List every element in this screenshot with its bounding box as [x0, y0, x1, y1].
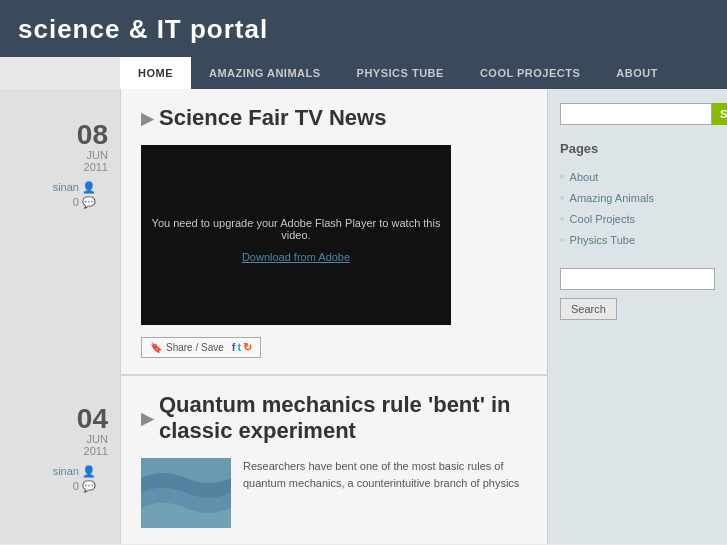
- post-2-thumbnail: [141, 458, 231, 528]
- pages-list-item-about[interactable]: About: [560, 166, 715, 187]
- search-top-input[interactable]: [560, 103, 712, 125]
- share-bar: 🔖 Share / Save f t ↻: [141, 337, 527, 358]
- search-top-form: SEARCH: [560, 103, 715, 125]
- main-nav: HOME AMAZING ANIMALS PHYSICS TUBE COOL P…: [120, 57, 727, 89]
- nav-item-physics-tube[interactable]: PHYSICS TUBE: [339, 57, 462, 89]
- post-1-title: ▶ Science Fair TV News: [141, 105, 527, 131]
- content-area: 08 JUN 2011 sinan 👤 0 💬 04 JUN 2011 sina…: [0, 89, 727, 544]
- post-1-comments: 0 💬: [0, 196, 108, 209]
- site-title: science & IT portal: [18, 14, 709, 45]
- search-bottom-form: Search: [560, 268, 715, 320]
- pages-list-item-cool-projects[interactable]: Cool Projects: [560, 208, 715, 229]
- post-1: ▶ Science Fair TV News You need to upgra…: [121, 89, 547, 376]
- post-2-author: sinan 👤: [0, 465, 108, 478]
- video-message: You need to upgrade your Adobe Flash Pla…: [141, 207, 451, 251]
- post-2-title: ▶ Quantum mechanics rule 'bent' in class…: [141, 392, 527, 444]
- site-header: science & IT portal: [0, 0, 727, 57]
- pages-section-title: Pages: [560, 141, 715, 156]
- twitter-icon: t: [237, 341, 241, 354]
- search-top-button[interactable]: SEARCH: [712, 103, 727, 125]
- post-1-author: sinan 👤: [0, 181, 108, 194]
- share-button[interactable]: 🔖 Share / Save f t ↻: [141, 337, 261, 358]
- post-1-day: 08: [0, 121, 108, 149]
- post-1-month-year: JUN 2011: [0, 149, 108, 173]
- nav-item-about[interactable]: ABOUT: [598, 57, 676, 89]
- pages-list: About Amazing Animals Cool Projects Phys…: [560, 166, 715, 250]
- reddit-icon: ↻: [243, 341, 252, 354]
- post-2-month-year: JUN 2011: [0, 433, 108, 457]
- post-2-excerpt: Researchers have bent one of the most ba…: [243, 458, 527, 528]
- post-2-content: Researchers have bent one of the most ba…: [141, 458, 527, 528]
- pages-list-item-physics-tube[interactable]: Physics Tube: [560, 229, 715, 250]
- pages-list-item-amazing-animals[interactable]: Amazing Animals: [560, 187, 715, 208]
- search-bottom-button[interactable]: Search: [560, 298, 617, 320]
- share-icons: f t ↻: [232, 341, 252, 354]
- post-2-day: 04: [0, 405, 108, 433]
- search-bottom-input[interactable]: [560, 268, 715, 290]
- post-2-arrow-icon: ▶: [141, 409, 153, 428]
- left-sidebar: 08 JUN 2011 sinan 👤 0 💬 04 JUN 2011 sina…: [0, 89, 120, 544]
- post-1-video: You need to upgrade your Adobe Flash Pla…: [141, 145, 451, 325]
- post-2: ▶ Quantum mechanics rule 'bent' in class…: [121, 376, 547, 544]
- nav-item-cool-projects[interactable]: COOL PROJECTS: [462, 57, 598, 89]
- main-content: ▶ Science Fair TV News You need to upgra…: [120, 89, 547, 544]
- nav-item-home[interactable]: HOME: [120, 57, 191, 89]
- nav-item-amazing-animals[interactable]: AMAZING ANIMALS: [191, 57, 339, 89]
- post-2-comments: 0 💬: [0, 480, 108, 493]
- right-sidebar: SEARCH Pages About Amazing Animals Cool …: [547, 89, 727, 544]
- bookmark-icon: 🔖: [150, 342, 162, 353]
- post-1-date-block: 08 JUN 2011 sinan 👤 0 💬: [0, 105, 120, 209]
- post-2-date-block: 04 JUN 2011 sinan 👤 0 💬: [0, 389, 120, 493]
- facebook-icon: f: [232, 341, 236, 354]
- post-1-arrow-icon: ▶: [141, 109, 153, 128]
- video-link[interactable]: Download from Adobe: [242, 251, 350, 263]
